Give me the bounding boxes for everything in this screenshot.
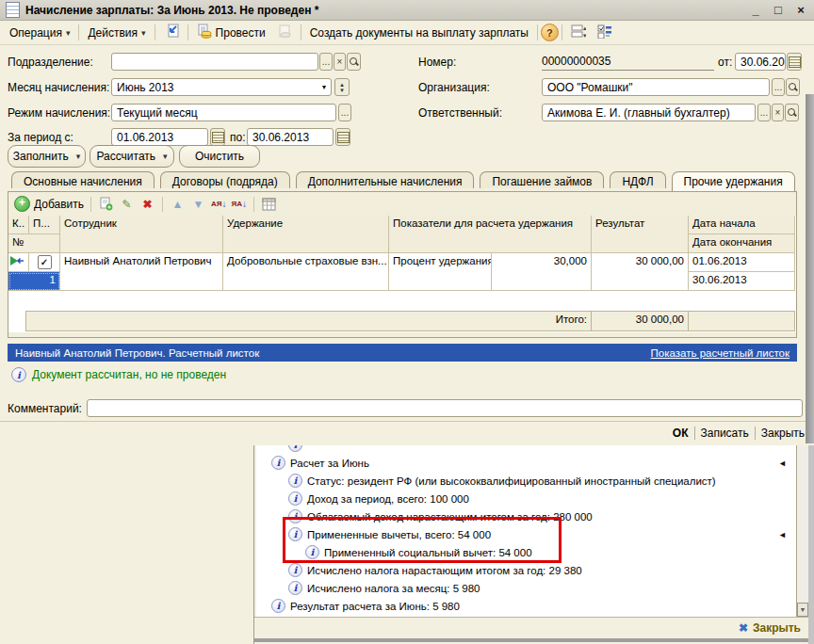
delete-row-button[interactable]: ✖ — [139, 197, 155, 212]
minimize-button[interactable]: _ — [748, 3, 763, 17]
number-field[interactable]: 00000000035 — [542, 55, 714, 71]
create-payment-docs-button[interactable]: Создать документы на выплату зарплаты — [304, 24, 534, 41]
info-icon: i — [288, 581, 302, 595]
indicator-cell[interactable]: Процент удержания — [389, 253, 492, 291]
calc-window-bottom-edge — [254, 638, 808, 642]
responsible-field[interactable]: Акимова Е. И. (главный бухгалтер) — [542, 104, 756, 121]
responsible-clear-button[interactable]: × — [772, 104, 784, 121]
mode-select-button[interactable]: ... — [338, 104, 351, 121]
responsible-search-button[interactable] — [785, 104, 799, 121]
maximize-button[interactable]: □ — [771, 3, 786, 17]
sort-desc-button[interactable]: ЯА↓ — [232, 199, 248, 209]
copy-row-button[interactable] — [98, 197, 114, 212]
period-to-calendar-button[interactable] — [335, 128, 350, 146]
period-to-field[interactable]: 30.06.2013 — [247, 128, 334, 146]
col-header-checkbox[interactable]: П... — [29, 216, 60, 234]
month-field[interactable]: Июнь 2013 ▾ — [111, 78, 332, 96]
indicator-value-cell[interactable]: 30,000 — [492, 253, 592, 291]
magnifier-icon — [350, 57, 358, 66]
add-icon: + — [14, 196, 30, 212]
footer-bar: ОК Записать Закрыть — [0, 421, 814, 443]
department-select-button[interactable]: ... — [319, 53, 333, 71]
date-end-cell[interactable]: 30.06.2013 — [689, 272, 795, 291]
separator — [187, 24, 188, 40]
col-header-result[interactable]: Результат — [592, 216, 689, 253]
calc-close-button[interactable]: Закрыть — [753, 621, 801, 635]
table-settings-button[interactable] — [261, 197, 277, 212]
row-number-cell[interactable]: 1 — [8, 272, 60, 291]
actions-menu[interactable]: Действия ▾ — [82, 24, 151, 41]
collapse-marker-icon[interactable]: ◄ — [778, 530, 787, 539]
list-settings-button[interactable]: ▴▾ — [565, 22, 592, 43]
employee-cell[interactable]: Наивный Анатолий Петрович — [60, 253, 223, 291]
add-row-button[interactable]: + Добавить — [14, 196, 84, 212]
tab[interactable]: НДФЛ — [610, 171, 665, 188]
col-header-date-end[interactable]: Дата окончания — [689, 234, 795, 253]
tab[interactable]: Договоры (подряда) — [160, 171, 290, 188]
mode-field[interactable]: Текущий месяц — [111, 104, 336, 121]
total-value-cell: 30 000,00 — [592, 311, 689, 331]
close-x-icon: ✖ — [739, 621, 748, 635]
ok-button[interactable]: ОК — [673, 427, 689, 440]
window-right-edge — [806, 94, 814, 443]
tab[interactable]: Погашение займов — [480, 171, 604, 188]
show-payslip-link[interactable]: Показать расчетный листок — [651, 347, 790, 359]
department-clear-button[interactable]: × — [334, 53, 346, 71]
organization-field[interactable]: ООО "Ромашки" — [542, 78, 770, 96]
magnifier-icon — [788, 108, 796, 117]
checkbox-checked-icon[interactable]: ✓ — [38, 255, 52, 269]
fill-button[interactable]: Заполнить ▾ — [8, 145, 86, 168]
col-header-num[interactable]: № — [8, 234, 60, 253]
help-icon[interactable]: ? — [541, 24, 559, 41]
checkbox-list-icon — [597, 24, 612, 41]
edit-row-button[interactable]: ✎ — [119, 197, 135, 212]
sort-asc-button[interactable]: АЯ↓ — [211, 199, 227, 209]
tab[interactable]: Дополнительные начисления — [296, 171, 475, 188]
scroll-down-button[interactable]: ▼ — [797, 603, 808, 617]
responsible-select-button[interactable]: ... — [757, 104, 771, 121]
col-header-date-start[interactable]: Дата начала — [689, 216, 795, 234]
calc-tree-item: iДоход за период, всего: 100 000 — [256, 490, 796, 507]
undo-post-button[interactable] — [271, 22, 298, 43]
deduction-cell[interactable]: Добровольные страховые взн... — [223, 253, 389, 291]
organization-search-button[interactable] — [786, 78, 800, 96]
calculate-button[interactable]: Рассчитать ▾ — [90, 145, 174, 168]
date-field[interactable]: 30.06.2013 — [735, 53, 786, 71]
col-header-marker[interactable]: К.. — [8, 216, 29, 234]
save-button[interactable] — [158, 22, 185, 43]
organization-select-button[interactable]: ... — [772, 78, 785, 96]
department-field[interactable] — [111, 53, 318, 71]
write-button[interactable]: Записать — [701, 427, 749, 440]
move-up-button[interactable]: ▲ — [170, 197, 186, 212]
col-header-employee[interactable]: Сотрудник — [60, 216, 223, 253]
operation-menu[interactable]: Операция ▾ — [4, 24, 75, 41]
flags-settings-button[interactable] — [592, 22, 618, 43]
month-spinner[interactable]: ▴▾ — [334, 78, 350, 96]
dropdown-icon[interactable]: ▾ — [322, 83, 326, 91]
close-button[interactable]: × — [793, 3, 808, 17]
department-search-button[interactable] — [347, 53, 361, 71]
tab[interactable]: Основные начисления — [11, 171, 155, 188]
calc-window-right-edge — [808, 445, 814, 644]
period-label: За период с: — [8, 131, 73, 144]
period-from-field[interactable]: 01.06.2013 — [111, 128, 208, 146]
close-form-button[interactable]: Закрыть — [761, 427, 805, 440]
date-calendar-button[interactable] — [787, 53, 802, 71]
date-start-cell[interactable]: 01.06.2013 — [689, 253, 795, 272]
collapse-marker-icon[interactable]: ◄ — [778, 459, 787, 468]
row-enabled-cell[interactable]: ✓ — [29, 253, 60, 272]
move-down-button[interactable]: ▼ — [190, 197, 206, 212]
comment-field[interactable] — [87, 399, 803, 417]
post-document-icon — [197, 24, 212, 41]
payslip-banner: Наивный Анатолий Петрович. Расчетный лис… — [8, 344, 797, 362]
calc-tree-item: iСтатус: резидент РФ (или высококвалифиц… — [256, 472, 796, 490]
post-button[interactable]: Провести — [191, 22, 271, 43]
period-from-calendar-button[interactable] — [210, 128, 225, 146]
clear-button[interactable]: Очистить — [179, 145, 260, 168]
col-header-deduction[interactable]: Удержание — [223, 216, 389, 253]
divider — [253, 445, 254, 644]
col-header-indicators[interactable]: Показатели для расчета удержания — [389, 216, 592, 253]
tab[interactable]: Прочие удержания — [672, 171, 795, 191]
scrollbar[interactable]: ▼ — [796, 445, 808, 617]
result-cell[interactable]: 30 000,00 — [592, 253, 689, 291]
